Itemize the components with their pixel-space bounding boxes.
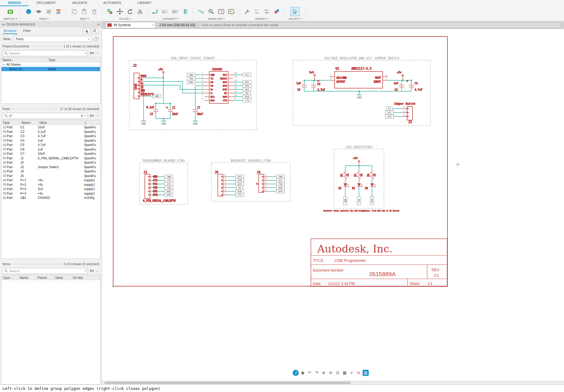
junction[interactable] — [359, 91, 360, 92]
pin[interactable] — [262, 191, 263, 192]
command-line-input[interactable] — [201, 23, 558, 27]
schematic-text[interactable]: USB — [134, 84, 138, 90]
schematic-text[interactable]: 1k — [360, 174, 363, 177]
schematic-text[interactable]: 8 — [202, 97, 203, 100]
schematic-text[interactable]: 1/21/21 3:43 PM — [328, 282, 355, 286]
schematic-text[interactable]: 2 — [265, 185, 266, 187]
pin[interactable] — [262, 183, 263, 185]
label-icon[interactable]: D1 — [162, 8, 169, 16]
pin[interactable] — [262, 176, 263, 177]
schematic-text[interactable]: 1k — [346, 174, 349, 177]
schematic-text[interactable]: Document Number: — [313, 268, 344, 272]
schematic-text[interactable]: GND — [211, 74, 215, 76]
schematic-text[interactable]: RTS — [223, 81, 227, 84]
schematic-text[interactable]: SHIELD1*3 — [141, 93, 154, 96]
led-triangle[interactable] — [357, 183, 361, 186]
net-flag[interactable]: DTR — [277, 189, 285, 193]
zoom-out-icon[interactable]: ⊖ — [328, 370, 334, 376]
net-flag[interactable]: DCD — [243, 88, 251, 91]
schematic-text[interactable]: REV: — [432, 268, 440, 272]
schematic-text[interactable]: TX — [211, 77, 214, 80]
net-flag[interactable]: CTS — [165, 179, 173, 182]
symbol-line[interactable] — [347, 184, 349, 186]
symbols-dropdown[interactable]: 94 Symbols ▾ — [106, 22, 156, 28]
symbol-line[interactable] — [361, 184, 363, 186]
part-row[interactable]: PartJ5SparkFu — [2, 174, 100, 178]
schematic-text[interactable]: ADJ/GND — [336, 77, 347, 79]
net-flag[interactable]: GND — [165, 175, 173, 179]
tree-expand-icon[interactable]: ▾ — [2, 63, 6, 66]
column-header-value[interactable]: Value — [38, 120, 84, 125]
net-flag[interactable]: 5V — [386, 107, 393, 110]
net-flag[interactable]: RTS — [243, 80, 251, 84]
schematic-text[interactable]: 3 — [386, 77, 387, 80]
section-title[interactable]: PROGRAMMER_HEADER_PINS — [142, 159, 185, 163]
schematic-text[interactable]: 1/1 — [427, 282, 433, 286]
schematic-text[interactable]: 1uF — [296, 82, 301, 85]
part-row[interactable]: PartJ4SparkFu — [2, 169, 100, 174]
pin[interactable] — [138, 95, 139, 97]
switch-icon[interactable] — [6, 8, 14, 16]
undo-icon[interactable]: ↶ — [307, 370, 313, 376]
section-resize-handle[interactable]: ⋯ — [0, 104, 102, 106]
select-tool-icon[interactable] — [291, 7, 300, 16]
schematic-text[interactable]: D+ — [141, 82, 144, 85]
schematic-text[interactable]: 5 — [225, 177, 226, 180]
schematic-text[interactable]: VCC — [153, 183, 158, 186]
meter-icon[interactable] — [217, 8, 225, 16]
schematic-text[interactable]: 4 — [265, 177, 266, 180]
pin[interactable] — [148, 183, 149, 185]
schematic-text[interactable]: Date: — [313, 282, 322, 286]
layers-icon[interactable] — [55, 8, 63, 16]
schematic-text[interactable]: 0515889A — [369, 271, 396, 277]
net-flag[interactable]: VCC — [165, 182, 173, 186]
schematic-text[interactable]: 2 — [330, 77, 332, 80]
schematic-text[interactable]: + — [406, 79, 408, 83]
schematic-text[interactable]: 3 — [265, 181, 266, 184]
schematic-text[interactable]: +5v — [158, 68, 163, 71]
schematic-text[interactable]: DTR — [153, 194, 158, 196]
schematic-text[interactable]: C3 — [415, 82, 418, 85]
part-row[interactable]: PartP+4+5vsupply1 — [2, 191, 100, 196]
section-resize-handle[interactable]: ⋯ — [0, 259, 102, 261]
switch-menu[interactable]: SWITCH▾ — [4, 17, 17, 20]
gnd-label[interactable]: GND — [161, 122, 166, 125]
section-box[interactable] — [139, 163, 188, 204]
junction[interactable] — [155, 103, 156, 104]
symbol-line[interactable] — [361, 186, 363, 187]
schematic-text[interactable]: 16 — [234, 72, 237, 75]
view-menu[interactable]: VIEW▾ — [39, 17, 48, 20]
schematic-text[interactable]: 3 — [225, 185, 226, 187]
part-row[interactable]: PartP+2+5vsupply1 — [2, 182, 100, 187]
schematic-text[interactable]: 4 — [202, 83, 203, 85]
minimize-panel-icon[interactable]: ⊖ — [97, 23, 100, 26]
junction[interactable] — [402, 80, 403, 81]
place-menu[interactable]: PLACE▾ — [119, 17, 131, 20]
schematic-text[interactable]: 5 — [265, 174, 266, 176]
add-part-icon[interactable] — [106, 8, 114, 16]
schematic-text[interactable]: 1 — [330, 74, 332, 76]
net-flag[interactable]: TXD — [165, 186, 173, 189]
pin[interactable] — [407, 108, 409, 109]
schematic-text[interactable]: 0.1uF — [146, 106, 154, 109]
part-row[interactable]: PartC41uFSparkFu — [2, 138, 100, 143]
grid-icon[interactable]: ▦ — [342, 370, 348, 376]
schematic-canvas[interactable]: USB_INPUT_CH340C_PINOUTVOLTAGE_REGULATOR… — [102, 29, 564, 381]
schematic-text[interactable]: DTR — [223, 85, 227, 87]
part-row[interactable]: PartP+1+5vsupply1 — [2, 178, 100, 182]
schematic-text[interactable]: C6 — [297, 88, 300, 91]
schematic-text[interactable]: AMS1117-3.3 — [351, 67, 371, 70]
schematic-text[interactable]: 4.7uF — [415, 88, 423, 91]
part-row[interactable]: PartC710nFSparkFu — [2, 151, 100, 156]
schematic-text[interactable]: 4 — [225, 181, 226, 184]
column-header-type[interactable]: Type — [47, 57, 100, 62]
column-header-value[interactable]: Value — [54, 275, 71, 280]
view-select[interactable]: Parts ▾ — [14, 36, 92, 42]
zoom-in-icon[interactable]: ⊕ — [321, 370, 327, 376]
column-header-on-net[interactable]: On Net — [71, 275, 100, 280]
zoom-selected-icon[interactable] — [91, 28, 99, 33]
column-header-library[interactable]: L — [84, 120, 100, 125]
menu-tab-validate[interactable]: VALIDATE — [64, 0, 96, 6]
schematic-text[interactable]: 3v3 — [309, 71, 314, 74]
schematic-text[interactable]: D- — [211, 92, 213, 95]
